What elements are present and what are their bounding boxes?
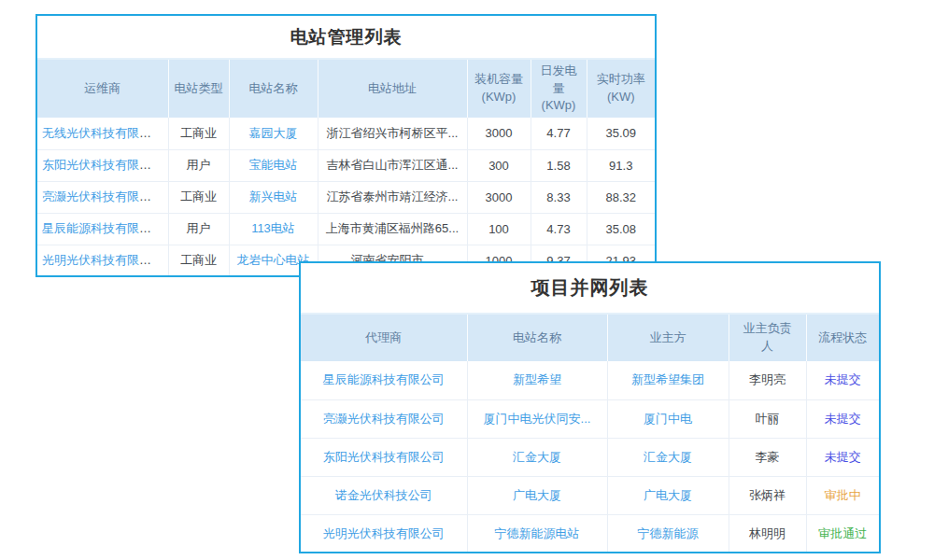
cell-operator: 无线光伏科技有限公司 bbox=[37, 118, 168, 149]
cell-status: 未提交 bbox=[806, 438, 879, 476]
cell-agent: 东阳光伏科技有限公司 bbox=[301, 438, 467, 476]
station-name-link[interactable]: 宁德新能源电站 bbox=[495, 526, 580, 540]
table-row: 东阳光伏科技有限公司 用户 宝能电站 吉林省白山市浑江区通... 300 1.5… bbox=[37, 149, 655, 181]
col-daily-energy: 日发电量(KWp) bbox=[531, 59, 587, 118]
col-station-type: 电站类型 bbox=[168, 59, 229, 118]
cell-installed-capacity: 3000 bbox=[467, 118, 531, 149]
grid-table-header: 代理商 电站名称 业主方 业主负责人 流程状态 bbox=[301, 314, 879, 361]
col-station-address: 电站地址 bbox=[318, 59, 467, 118]
cell-operator: 东阳光伏科技有限公司 bbox=[37, 149, 168, 181]
cell-daily-energy: 4.73 bbox=[531, 213, 587, 245]
grid-table-body: 星辰能源科技有限公司 新型希望 新型希望集团 李明亮 未提交 亮灏光伏科技有限公… bbox=[301, 361, 879, 553]
grid-connection-table: 项目并网列表 代理商 电站名称 业主方 业主负责人 流程状态 星辰能源科技有限公… bbox=[299, 261, 881, 553]
cell-station-name: 宝能电站 bbox=[229, 149, 318, 181]
cell-owner-contact: 林明明 bbox=[729, 514, 806, 553]
agent-link[interactable]: 光明光伏科技有限公司 bbox=[323, 526, 445, 540]
owner-link[interactable]: 厦门中电 bbox=[644, 412, 692, 426]
cell-status: 未提交 bbox=[806, 399, 879, 438]
table-row: 星辰能源科技有限公司 用户 113电站 上海市黄浦区福州路65... 100 4… bbox=[37, 213, 655, 245]
cell-station-name: 宁德新能源电站 bbox=[467, 514, 607, 553]
col-process-status: 流程状态 bbox=[806, 314, 879, 361]
cell-status: 审批中 bbox=[806, 476, 879, 514]
cell-daily-energy: 1.58 bbox=[531, 149, 587, 181]
station-table-header: 运维商 电站类型 电站名称 电站地址 装机容量(KWp) 日发电量(KWp) 实… bbox=[37, 59, 655, 118]
cell-status: 审批通过 bbox=[806, 514, 879, 553]
cell-agent: 光明光伏科技有限公司 bbox=[301, 514, 467, 553]
status-badge: 审批中 bbox=[825, 488, 861, 502]
station-name-link[interactable]: 广电大厦 bbox=[513, 488, 561, 502]
station-name-link[interactable]: 宝能电站 bbox=[249, 158, 298, 172]
status-badge: 未提交 bbox=[825, 412, 861, 426]
header-row: 运维商 电站类型 电站名称 电站地址 装机容量(KWp) 日发电量(KWp) 实… bbox=[37, 59, 655, 118]
col-agent: 代理商 bbox=[301, 314, 467, 361]
col-station-name: 电站名称 bbox=[467, 314, 607, 361]
station-name-link[interactable]: 新型希望 bbox=[513, 372, 561, 386]
cell-owner-contact: 李明亮 bbox=[729, 361, 806, 399]
table-row: 东阳光伏科技有限公司 汇金大厦 汇金大厦 李豪 未提交 bbox=[301, 438, 879, 476]
cell-owner-contact: 李豪 bbox=[729, 438, 806, 476]
station-name-link[interactable]: 汇金大厦 bbox=[513, 450, 561, 464]
cell-station-address: 吉林省白山市浑江区通... bbox=[318, 149, 467, 181]
table-row: 亮灏光伏科技有限公司 厦门中电光伏同安... 厦门中电 叶丽 未提交 bbox=[301, 399, 879, 438]
cell-station-type: 工商业 bbox=[168, 245, 229, 276]
cell-installed-capacity: 3000 bbox=[467, 181, 531, 213]
station-table-body: 无线光伏科技有限公司 工商业 嘉园大厦 浙江省绍兴市柯桥区平... 3000 4… bbox=[37, 118, 655, 276]
agent-link[interactable]: 星辰能源科技有限公司 bbox=[323, 372, 445, 386]
cell-station-type: 用户 bbox=[168, 213, 229, 245]
cell-agent: 亮灏光伏科技有限公司 bbox=[301, 399, 467, 438]
operator-link[interactable]: 亮灏光伏科技有限公司 bbox=[42, 189, 163, 203]
cell-operator: 光明光伏科技有限公司 bbox=[37, 245, 168, 276]
station-management-grid: 运维商 电站类型 电站名称 电站地址 装机容量(KWp) 日发电量(KWp) 实… bbox=[37, 58, 655, 276]
owner-link[interactable]: 宁德新能源 bbox=[638, 526, 699, 540]
cell-owner-contact: 叶丽 bbox=[729, 399, 806, 438]
cell-station-name: 新兴电站 bbox=[229, 181, 318, 213]
cell-station-type: 工商业 bbox=[168, 181, 229, 213]
col-owner-contact: 业主负责人 bbox=[729, 314, 806, 361]
operator-link[interactable]: 光明光伏科技有限公司 bbox=[42, 253, 163, 267]
cell-owner: 新型希望集团 bbox=[607, 361, 729, 399]
cell-owner: 宁德新能源 bbox=[607, 514, 729, 553]
owner-link[interactable]: 新型希望集团 bbox=[631, 372, 704, 386]
cell-status: 未提交 bbox=[806, 361, 879, 399]
cell-owner: 厦门中电 bbox=[607, 399, 729, 438]
operator-link[interactable]: 星辰能源科技有限公司 bbox=[42, 221, 163, 235]
cell-installed-capacity: 100 bbox=[467, 213, 531, 245]
operator-link[interactable]: 东阳光伏科技有限公司 bbox=[42, 158, 163, 172]
cell-realtime-power: 35.08 bbox=[587, 213, 655, 245]
grid-connection-grid: 代理商 电站名称 业主方 业主负责人 流程状态 星辰能源科技有限公司 新型希望 … bbox=[301, 313, 879, 553]
cell-station-type: 用户 bbox=[168, 149, 229, 181]
header-row: 代理商 电站名称 业主方 业主负责人 流程状态 bbox=[301, 314, 879, 361]
station-management-table: 电站管理列表 运维商 电站类型 电站名称 电站地址 装机容量(KWp) 日发电量… bbox=[35, 14, 657, 277]
cell-operator: 星辰能源科技有限公司 bbox=[37, 213, 168, 245]
station-name-link[interactable]: 新兴电站 bbox=[249, 189, 298, 203]
cell-agent: 星辰能源科技有限公司 bbox=[301, 361, 467, 399]
cell-station-address: 上海市黄浦区福州路65... bbox=[318, 213, 467, 245]
agent-link[interactable]: 亮灏光伏科技有限公司 bbox=[323, 412, 445, 426]
grid-connection-title: 项目并网列表 bbox=[301, 263, 879, 313]
station-name-link[interactable]: 113电站 bbox=[251, 221, 295, 235]
cell-realtime-power: 35.09 bbox=[587, 118, 655, 149]
owner-link[interactable]: 汇金大厦 bbox=[644, 450, 692, 464]
cell-station-name: 113电站 bbox=[229, 213, 318, 245]
table-row: 诺金光伏科技公司 广电大厦 广电大厦 张炳祥 审批中 bbox=[301, 476, 879, 514]
table-row: 无线光伏科技有限公司 工商业 嘉园大厦 浙江省绍兴市柯桥区平... 3000 4… bbox=[37, 118, 655, 149]
status-badge: 未提交 bbox=[825, 372, 861, 386]
cell-agent: 诺金光伏科技公司 bbox=[301, 476, 467, 514]
agent-link[interactable]: 东阳光伏科技有限公司 bbox=[323, 450, 445, 464]
station-name-link[interactable]: 嘉园大厦 bbox=[249, 126, 298, 140]
status-badge: 审批通过 bbox=[818, 526, 867, 540]
cell-station-address: 江苏省泰州市靖江经济... bbox=[318, 181, 467, 213]
cell-installed-capacity: 300 bbox=[467, 149, 531, 181]
station-name-link[interactable]: 厦门中电光伏同安... bbox=[484, 412, 591, 426]
cell-owner-contact: 张炳祥 bbox=[729, 476, 806, 514]
col-realtime-power: 实时功率(KW) bbox=[587, 59, 655, 118]
table-row: 星辰能源科技有限公司 新型希望 新型希望集团 李明亮 未提交 bbox=[301, 361, 879, 399]
table-row: 亮灏光伏科技有限公司 工商业 新兴电站 江苏省泰州市靖江经济... 3000 8… bbox=[37, 181, 655, 213]
agent-link[interactable]: 诺金光伏科技公司 bbox=[335, 488, 432, 502]
cell-station-name: 嘉园大厦 bbox=[229, 118, 318, 149]
operator-link[interactable]: 无线光伏科技有限公司 bbox=[42, 126, 163, 140]
cell-station-name: 厦门中电光伏同安... bbox=[467, 399, 607, 438]
owner-link[interactable]: 广电大厦 bbox=[644, 488, 692, 502]
col-operator: 运维商 bbox=[37, 59, 168, 118]
cell-operator: 亮灏光伏科技有限公司 bbox=[37, 181, 168, 213]
